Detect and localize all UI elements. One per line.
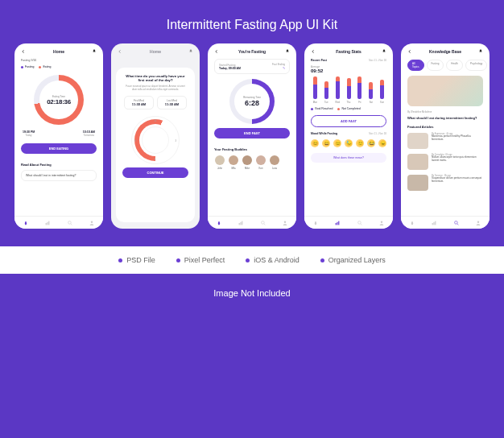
svg-point-13 [357,221,361,224]
nav-profile-icon[interactable] [379,221,384,225]
image-not-included-text: Image Not Included [0,274,504,312]
recent-label: Recent Fast [311,59,327,62]
bell-icon[interactable] [382,49,386,54]
continue-button[interactable]: CONTINUE [122,167,188,178]
started-card: Started FastingToday, 09:00 AM Fast Endi… [214,59,290,74]
fasting-counter: Fasting 9/16 [14,57,103,64]
legend-not: Not Completed [337,107,360,110]
nav-home-icon[interactable] [313,221,318,225]
hero-image[interactable] [407,76,483,106]
legend-fasting: Fasting [21,65,34,68]
svg-point-18 [454,221,457,224]
back-icon[interactable] [407,49,412,54]
screen-title: You're Fasting [238,49,266,54]
bell-icon[interactable] [285,49,290,54]
bullet-icon [320,258,324,262]
screen-onboarding-modal: Home What time do you usually have your … [111,43,200,229]
nav-stats-icon[interactable] [432,221,436,225]
emoji-happy-icon[interactable]: 😊 [311,139,319,147]
nav-stats-icon[interactable] [45,221,50,225]
features-bar: PSD File Pixel Perfect iOS & Android Org… [0,246,504,274]
nav-search-icon[interactable] [357,221,362,225]
svg-rect-10 [336,223,337,225]
edit-icon[interactable]: ✎ [272,66,285,70]
bullet-icon [246,258,250,262]
chip-fasting[interactable]: Fasting [427,60,444,71]
article-card[interactable]: What should I eat in intermittent fastin… [21,170,97,181]
feature-item: iOS & Android [246,256,300,264]
svg-rect-7 [242,221,242,225]
add-fast-button[interactable]: ADD FAST [311,115,386,127]
screen-knowledge: Knowledge Base All Topics Fasting Health… [401,43,490,229]
bar-column: Thu [345,78,353,104]
bar-column: Tue [322,81,331,104]
modal: What time do you usually have your first… [116,68,195,222]
svg-rect-17 [435,221,436,225]
nav-home-icon[interactable] [217,221,221,225]
back-icon[interactable] [21,49,26,54]
clock-picker[interactable]: 12 3 6 9 [131,116,180,164]
nav-stats-icon[interactable] [335,221,340,225]
buddy[interactable]: Kori [255,155,266,170]
end-eating-button[interactable]: END EATING [21,143,97,154]
modal-question: What time do you usually have your first… [121,72,190,84]
svg-point-3 [68,221,71,224]
emoji-tired-icon[interactable]: 😓 [345,139,353,147]
bar-column: Fri [355,76,364,104]
svg-rect-12 [338,221,339,225]
svg-rect-5 [239,223,240,225]
emoji-angry-icon[interactable]: 😠 [378,139,386,147]
article-row[interactable]: By Terrence · 8h agoSuspendisse dictum p… [401,172,490,193]
article-row[interactable]: By Esperanza · 4h agoMaecenas pretium he… [401,130,490,151]
emoji-smile-icon[interactable]: 🙂 [356,139,364,147]
svg-point-8 [261,221,264,224]
back-icon[interactable] [311,49,316,54]
feature-item: PSD File [118,256,155,264]
emoji-laugh-icon[interactable]: 😂 [367,139,375,147]
nav-stats-icon[interactable] [238,221,243,225]
insight-button[interactable]: What does these mean? [311,153,386,163]
emoji-grin-icon[interactable]: 😄 [322,139,330,147]
nav-search-icon[interactable] [68,221,72,225]
avatar [229,155,238,165]
buddy[interactable]: Mila [228,155,239,170]
hero-title: What should I eat during intermittent fa… [401,115,490,122]
nav-home-icon[interactable] [410,221,415,225]
end-fast-button[interactable]: END FAST [214,128,290,138]
chip-all[interactable]: All Topics [407,60,424,71]
bell-icon[interactable] [478,49,483,54]
buddy[interactable]: Luna [269,155,280,170]
bar-label: Sun [380,101,384,104]
article-row[interactable]: By Consolata · 6h agoNullam ullamcorper … [401,151,490,172]
nav-profile-icon[interactable] [476,221,481,225]
modal-subtitle: Fusce euismod ipsum ac aliquet hendrerit… [121,84,190,94]
emoji-neutral-icon[interactable]: 😐 [333,139,341,147]
start-time: 19:30 PMToday [23,130,35,137]
chip-psych[interactable]: Psychology [465,60,487,71]
nav-search-icon[interactable] [454,221,459,225]
hero-meta: By Wendeline Mcfarlene [401,109,490,115]
nav-search-icon[interactable] [261,221,266,225]
bell-icon[interactable] [92,49,97,54]
screen-stats: Fasting Stats Recent FastNov 11 - Nov 18… [304,43,393,229]
bottom-nav [14,216,103,229]
buddy[interactable]: Mike [242,155,253,170]
legend-eating: Eating [39,65,51,68]
chip-health[interactable]: Health [446,60,463,71]
buddy[interactable]: John [214,155,225,170]
nav-profile-icon[interactable] [283,221,287,225]
first-meal-box[interactable]: First Meal11:30 AM [124,96,154,110]
featured-heading: Featured Articles [401,122,490,130]
ring-time: 02:18:36 [47,98,71,105]
buddies-list: John Mila Mike Kori Luna [208,153,296,172]
bar-column: Sun [378,80,386,104]
svg-point-19 [477,221,479,222]
back-icon[interactable] [214,49,219,54]
progress-ring: Eating Time 02:18:36 [34,75,84,125]
nav-profile-icon[interactable] [89,221,94,225]
last-meal-box[interactable]: Last Meal11:30 AM [157,96,187,110]
bar-column: Sat [366,82,375,104]
bar-label: Thu [347,101,351,104]
nav-home-icon[interactable] [23,221,28,225]
avatar [256,155,266,165]
